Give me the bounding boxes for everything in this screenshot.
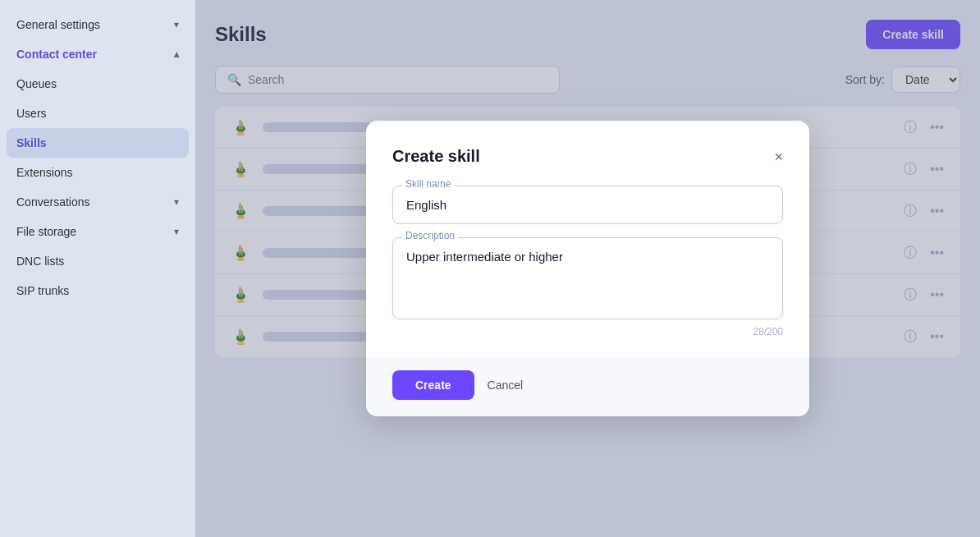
sidebar-item-label: Contact center (16, 48, 97, 61)
sidebar-item-queues[interactable]: Queues (0, 69, 195, 99)
skill-name-label: Skill name (402, 178, 454, 190)
chevron-down-icon: ▾ (174, 196, 179, 208)
modal-overlay: Create skill × Skill name Description Up… (195, 0, 980, 537)
create-button[interactable]: Create (392, 370, 474, 400)
sidebar-item-label: File storage (16, 225, 76, 238)
sidebar-item-skills[interactable]: Skills (7, 128, 189, 158)
sidebar-item-label: Queues (16, 77, 57, 90)
sidebar-item-label: Extensions (16, 166, 72, 179)
create-skill-modal: Create skill × Skill name Description Up… (366, 121, 809, 416)
chevron-up-icon: ▴ (174, 48, 179, 60)
sidebar-item-label: General settings (16, 18, 100, 31)
sidebar-item-label: Users (16, 107, 47, 120)
sidebar-item-file-storage[interactable]: File storage ▾ (0, 217, 195, 246)
cancel-button[interactable]: Cancel (488, 379, 524, 392)
char-count: 28/200 (392, 326, 783, 337)
close-button[interactable]: × (774, 149, 783, 164)
sidebar: General settings ▾ Contact center ▴ Queu… (0, 0, 195, 537)
skill-name-field: Skill name (392, 186, 783, 224)
sidebar-item-dnc-lists[interactable]: DNC lists (0, 246, 195, 276)
main-content: Skills Create skill 🔍 Sort by: Date Name… (195, 0, 980, 537)
description-field: Description Upper intermediate or higher… (392, 237, 783, 337)
sidebar-item-conversations[interactable]: Conversations ▾ (0, 187, 195, 217)
sidebar-item-extensions[interactable]: Extensions (0, 158, 195, 187)
description-label: Description (402, 230, 458, 241)
sidebar-item-label: SIP trunks (16, 284, 69, 297)
sidebar-item-users[interactable]: Users (0, 99, 195, 128)
modal-footer: Create Cancel (366, 357, 809, 416)
description-input[interactable]: Upper intermediate or higher (392, 237, 783, 319)
sidebar-item-label: Conversations (16, 195, 90, 209)
sidebar-item-contact-center[interactable]: Contact center ▴ (0, 39, 195, 69)
modal-title: Create skill (392, 147, 480, 166)
sidebar-item-sip-trunks[interactable]: SIP trunks (0, 276, 195, 305)
chevron-down-icon: ▾ (174, 226, 179, 237)
sidebar-item-label: Skills (16, 136, 47, 149)
modal-header: Create skill × (392, 147, 783, 166)
skill-name-input[interactable] (392, 186, 783, 224)
sidebar-item-label: DNC lists (16, 255, 64, 268)
sidebar-item-general-settings[interactable]: General settings ▾ (0, 10, 195, 39)
chevron-down-icon: ▾ (174, 19, 179, 30)
